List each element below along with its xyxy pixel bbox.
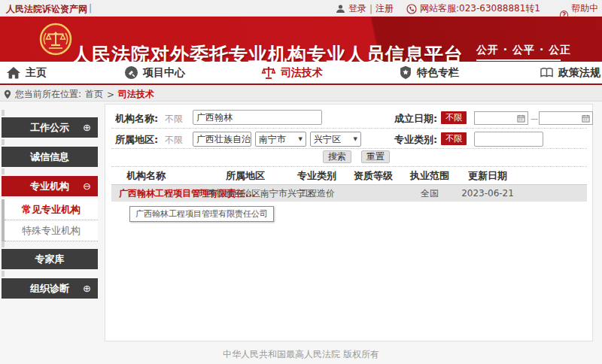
column-header: 专业类别 (293, 169, 340, 183)
sidebar-item-label: 组织诊断 (30, 282, 69, 296)
org-updated-cell: 2023-06-21 (453, 188, 522, 199)
nav-item-featured-column[interactable]: 特色专栏 (399, 62, 459, 83)
column-header: 执业范围 (406, 169, 453, 183)
calendar-icon (517, 114, 525, 123)
sidebar-submenu: 常见专业机构 特殊专业机构 (2, 199, 98, 241)
sidebar-item-work-publicity[interactable]: 工作公示 ⊕ (2, 117, 98, 138)
expand-icon: ⊕ (83, 122, 91, 133)
category-any-button[interactable]: 不限 (441, 132, 467, 145)
chevron-down-icon: ▼ (296, 136, 303, 142)
org-scope-cell: 全国 (406, 187, 453, 200)
login-link[interactable]: 登录 (348, 2, 366, 15)
region-district-select[interactable]: 兴宁区 ▼ (310, 132, 361, 147)
sidebar-subitem-common-institutions[interactable]: 常见专业机构 (5, 199, 98, 220)
breadcrumb: 您当前所在位置: 首页 > 司法技术 (0, 85, 602, 102)
shield-star-icon (399, 65, 412, 80)
category-input[interactable] (474, 132, 543, 147)
selected-city: 南宁市 (259, 133, 286, 146)
user-icon (336, 4, 345, 14)
top-utility-bar: 人民法院诉讼资产网 | 登录 | 注册 网站客服:023-63088881转1 … (0, 0, 602, 17)
home-icon (6, 65, 21, 80)
topbar-divider: | (89, 3, 92, 14)
selected-district: 兴宁区 (314, 133, 341, 146)
collapse-icon: ⊖ (83, 180, 91, 192)
main-nav: 主页 项目中心 司法技术 特色专栏 政策法规 (0, 62, 602, 85)
sidebar-item-organization-diagnosis[interactable]: 组织诊断 ⊕ (2, 278, 98, 299)
nav-label: 司法技术 (281, 66, 323, 80)
breadcrumb-prefix: 您当前所在位置: (15, 88, 81, 101)
founded-from-input[interactable] (474, 111, 528, 125)
column-header: 资质等级 (340, 169, 406, 183)
scales-icon (261, 65, 276, 80)
sidebar: 工作公示 ⊕ 诚信信息 专业机构 ⊖ 常见专业机构 特殊专业机构 专家库 组织诊… (2, 117, 98, 308)
selected-province: 广西壮族自治 (196, 133, 251, 146)
org-name-any-option[interactable]: 不限 (165, 113, 183, 126)
sidebar-item-expert-pool[interactable]: 专家库 (2, 249, 98, 269)
org-category-cell: 工程造价 (293, 187, 340, 200)
site-header: 人民法院对外委托专业机构专业人员信息平台 公开 · 公平 · 公正 www.rm… (0, 17, 602, 62)
founded-any-button[interactable]: 不限 (441, 111, 467, 124)
court-emblem-logo (39, 23, 72, 56)
org-region-cell: 广西壮族自治区南宁市兴宁区 (197, 187, 293, 200)
login-register-divider: | (369, 4, 372, 14)
org-name-input[interactable] (193, 110, 322, 125)
category-label: 专业类别: (394, 133, 437, 147)
nav-label: 主页 (26, 66, 47, 80)
breadcrumb-separator: > (107, 89, 114, 100)
nav-item-project-center[interactable]: 项目中心 (124, 62, 185, 83)
footer-copyright: 中华人民共和国最高人民法院 版权所有 (0, 348, 602, 361)
region-any-option[interactable]: 不限 (165, 134, 183, 147)
nav-item-judicial-tech[interactable]: 司法技术 (261, 62, 323, 83)
region-city-select[interactable]: 南宁市 ▼ (255, 132, 306, 147)
book-icon (540, 66, 554, 79)
sister-site-link[interactable]: 人民法院诉讼资产网 (6, 3, 87, 16)
register-link[interactable]: 注册 (375, 2, 394, 15)
founded-to-input[interactable] (539, 111, 593, 125)
filter-divider (111, 148, 587, 149)
phone-icon (406, 4, 417, 14)
project-center-icon (124, 65, 138, 80)
header-slogan: 公开 · 公平 · 公正 (476, 44, 561, 61)
sidebar-subitem-special-institutions[interactable]: 特殊专业机构 (5, 220, 98, 241)
sidebar-item-label: 工作公示 (30, 121, 69, 135)
nav-item-home[interactable]: 主页 (6, 62, 47, 83)
main-panel: 机构名称: 不限 成立日期: 不限 --- 所属地区: 不限 广西壮族自治 ▼ … (105, 104, 593, 341)
reset-button[interactable]: 重置 (361, 150, 390, 163)
sidebar-item-integrity-info[interactable]: 诚信信息 (2, 147, 98, 167)
founded-date-label: 成立日期: (394, 112, 437, 126)
column-header: 所属地区 (197, 169, 293, 183)
chevron-down-icon: ▼ (251, 136, 251, 142)
breadcrumb-current: 司法技术 (118, 88, 154, 101)
sidebar-item-label: 诚信信息 (30, 150, 69, 164)
org-name-tooltip: 广西翰林工程项目管理有限责任公司 (129, 206, 274, 222)
nav-label: 项目中心 (143, 66, 185, 80)
date-range-separator: --- (531, 114, 537, 123)
sidebar-item-label: 专家库 (35, 253, 65, 266)
region-province-select[interactable]: 广西壮族自治 ▼ (193, 132, 251, 147)
region-label: 所属地区: (115, 133, 158, 147)
nav-label: 政策法规 (558, 66, 600, 80)
org-name-link[interactable]: 广西翰林工程项目管理有限责任... (119, 187, 197, 200)
table-row[interactable]: 广西翰林工程项目管理有限责任... 广西壮族自治区南宁市兴宁区 工程造价 全国 … (111, 185, 587, 202)
sidebar-item-professional-institutions[interactable]: 专业机构 ⊖ (2, 176, 98, 196)
sidebar-item-label: 专业机构 (30, 180, 69, 193)
column-header: 机构名称 (119, 169, 197, 183)
org-name-label: 机构名称: (115, 112, 158, 126)
expand-icon: ⊕ (83, 283, 91, 294)
table-header-row: 机构名称 所属地区 专业类别 资质等级 执业范围 更新日期 (119, 169, 522, 183)
filter-divider (111, 128, 587, 129)
filter-divider (111, 166, 587, 167)
chevron-down-icon: ▼ (351, 136, 357, 142)
calendar-icon (582, 114, 590, 123)
breadcrumb-home[interactable]: 首页 (85, 88, 103, 101)
nav-label: 特色专栏 (417, 66, 459, 80)
nav-item-policies[interactable]: 政策法规 (540, 62, 600, 83)
hotline-text: 网站客服:023-63088881转1 (420, 2, 540, 15)
column-header: 更新日期 (453, 169, 522, 183)
search-button[interactable]: 搜索 (323, 150, 351, 163)
location-pin-icon (4, 89, 11, 99)
